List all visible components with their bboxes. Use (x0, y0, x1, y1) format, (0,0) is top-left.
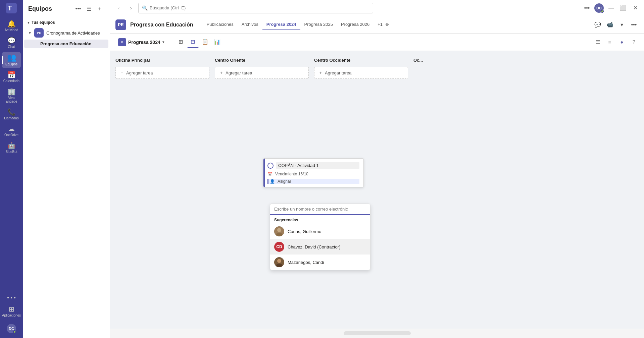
task-edit-card: COPÁN - Actividad 1 📅 Vencimiento 16/10 … (263, 158, 364, 187)
board-view-button[interactable]: ⊟ (187, 37, 199, 48)
active-left-bar (263, 159, 265, 187)
video-header-button[interactable]: 📹 (605, 20, 614, 30)
avatar-carias (274, 226, 284, 236)
channel-item-progresa[interactable]: Progresa con Educación (24, 40, 108, 48)
assign-dropdown: Sugerencias Carias, Guillermo CD Chavez,… (270, 204, 370, 270)
search-input[interactable] (150, 5, 369, 10)
filter-tasks-button[interactable]: ☰ (593, 38, 602, 47)
sidebar-item-chat[interactable]: 💬 Chat (2, 35, 21, 51)
plan-name: Progresa 2024 (128, 40, 160, 45)
forward-button[interactable]: › (126, 3, 136, 13)
channel-header-right: 💬 📹 ▾ ••• (593, 20, 639, 30)
tab-archivos[interactable]: Archivos (238, 20, 262, 30)
group-tasks-button[interactable]: ≡ (605, 38, 614, 47)
teams-more-button[interactable]: ••• (73, 4, 83, 13)
add-task-oficina-principal[interactable]: ＋ Agregar tarea (115, 67, 209, 79)
chart-view-button[interactable]: 📊 (211, 37, 223, 48)
more-header-button[interactable]: ••• (629, 20, 639, 30)
team-expand-chevron: ▼ (28, 31, 32, 35)
svg-point-3 (277, 228, 281, 232)
close-button[interactable]: ✕ (631, 3, 640, 13)
sidebar-item-apps[interactable]: ⊞ Aplicaciones (2, 304, 21, 319)
sidebar-item-viva[interactable]: 🏢 Viva Engage (2, 86, 21, 105)
tab-publicaciones[interactable]: Publicaciones (203, 20, 238, 30)
teams-panel-header: Equipos ••• ☰ ＋ (23, 0, 110, 17)
tab-progresa2024[interactable]: Progresa 2024 (262, 20, 300, 30)
search-bar[interactable]: 🔍 (138, 3, 373, 13)
chat-icon: 💬 (7, 37, 16, 44)
maximize-button[interactable]: ⬜ (618, 3, 628, 13)
teams-filter-button[interactable]: ☰ (84, 4, 94, 13)
column-header-centro-occidente: Centro Occidente (314, 56, 408, 64)
plan-icon: P (118, 38, 126, 46)
horizontal-scrollbar[interactable] (344, 331, 411, 335)
help-button[interactable]: ? (629, 38, 639, 47)
task-edit-title-row: COPÁN - Actividad 1 (267, 162, 359, 169)
grid-view-button[interactable]: ⊞ (175, 37, 187, 48)
channel-title: Progresa con Educación (130, 22, 193, 28)
svg-text:T: T (8, 4, 12, 12)
suggestion-item-mazariegos[interactable]: Mazariegos, Candi (270, 255, 370, 270)
suggestion-item-chavez[interactable]: CD Chavez, David (Contractor) (270, 239, 370, 255)
assign-search-input[interactable] (274, 207, 366, 212)
tab-more[interactable]: +1 ⊕ (374, 20, 393, 30)
plan-selector[interactable]: P Progresa 2024 ▾ (115, 37, 167, 48)
avatar-mazariegos (274, 257, 284, 267)
channel-icon: PE (115, 19, 126, 30)
topbar-avatar[interactable]: DC (594, 3, 604, 13)
task-edit-title: COPÁN - Actividad 1 (276, 162, 359, 169)
column-centro-oriente: Centro Oriente ＋ Agregar tarea (215, 56, 309, 79)
task-assign-row: 👤 Asignar (267, 179, 359, 184)
plan-chevron-icon: ▾ (162, 40, 164, 44)
onedrive-icon: ☁ (8, 125, 15, 132)
sidebar: T 🔔 Actividad 💬 Chat 👥 Equipos 📅 Calenda… (0, 0, 23, 338)
column-header-centro-oriente: Centro Oriente (215, 56, 309, 64)
calls-icon: 📞 (7, 109, 16, 115)
assign-icon: 👤 (270, 179, 275, 184)
team-item-cronograma[interactable]: ▼ PE Cronograma de Actividades (23, 26, 110, 40)
add-task-centro-occidente[interactable]: ＋ Agregar tarea (314, 67, 408, 79)
user-avatar-btn[interactable]: DC (2, 322, 21, 335)
section-tus-equipos[interactable]: ▼ Tus equipos (23, 19, 110, 26)
sidebar-item-teams[interactable]: 👥 Equipos (2, 52, 21, 68)
teams-panel: Equipos ••• ☰ ＋ ▼ Tus equipos ▼ PE Crono… (23, 0, 110, 338)
tab-progresa2026[interactable]: Progresa 2026 (337, 20, 374, 30)
chat-header-button[interactable]: 💬 (593, 20, 602, 30)
teams-add-button[interactable]: ＋ (95, 4, 104, 13)
suggestions-label: Sugerencias (270, 215, 370, 224)
teams-icon: 👥 (7, 54, 16, 61)
add-task-centro-oriente[interactable]: ＋ Agregar tarea (215, 67, 309, 79)
column-header-oc: Oc... (413, 56, 460, 64)
sidebar-item-activity[interactable]: 🔔 Actividad (2, 18, 21, 34)
active-indicator (2, 56, 3, 64)
sidebar-item-calls[interactable]: 📞 Llamadas (2, 107, 21, 122)
back-button[interactable]: ‹ (114, 3, 123, 13)
team-icon: PE (34, 28, 44, 38)
premium-button[interactable]: ♦ (617, 38, 627, 47)
column-header-oficina-principal: Oficina Principal (115, 56, 209, 64)
add-icon: ＋ (318, 70, 323, 76)
sidebar-item-bluebot[interactable]: 🤖 BlueBot (2, 140, 21, 156)
suggestion-input-wrapper (270, 204, 370, 215)
add-tab-icon: ⊕ (385, 22, 389, 27)
planner-bottom (110, 329, 644, 338)
search-icon: 🔍 (142, 5, 148, 11)
top-bar: ‹ › 🔍 ••• DC — ⬜ ✕ (110, 0, 644, 16)
sidebar-item-onedrive[interactable]: ☁ OneDrive (2, 123, 21, 139)
planner-toolbar: P Progresa 2024 ▾ ⊞ ⊟ 📋 📊 ☰ ≡ ♦ ? (110, 34, 644, 51)
kanban-board: Oficina Principal ＋ Agregar tarea Centro… (110, 51, 644, 329)
column-oc: Oc... (413, 56, 460, 64)
minimize-button[interactable]: — (606, 3, 616, 13)
schedule-view-button[interactable]: 📋 (199, 37, 211, 48)
activity-icon: 🔔 (7, 20, 16, 27)
column-centro-occidente: Centro Occidente ＋ Agregar tarea (314, 56, 408, 79)
more-options-button[interactable]: ••• (582, 3, 592, 13)
tab-progresa2025[interactable]: Progresa 2025 (300, 20, 337, 30)
add-icon: ＋ (219, 70, 224, 76)
svg-point-6 (277, 259, 281, 263)
sidebar-item-more[interactable]: • • • (2, 293, 21, 302)
suggestion-item-carias[interactable]: Carias, Guillermo (270, 224, 370, 239)
teams-panel-actions: ••• ☰ ＋ (73, 4, 104, 13)
chevron-header-button[interactable]: ▾ (617, 20, 627, 30)
sidebar-item-calendar[interactable]: 📅 Calendario (2, 69, 21, 85)
